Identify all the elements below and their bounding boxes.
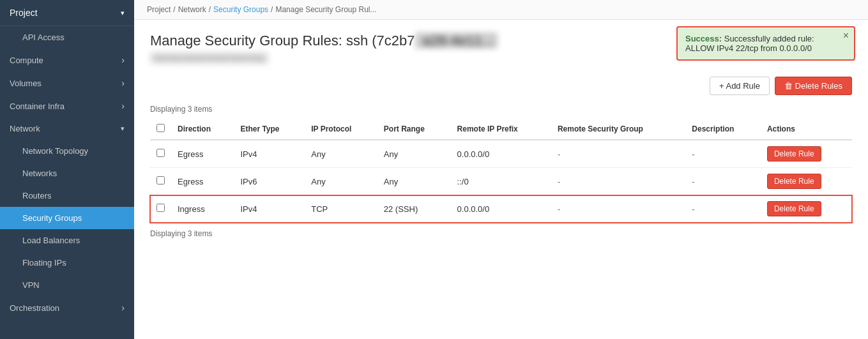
success-notification: Success: Successfully added rule: ALLOW … xyxy=(676,26,855,61)
delete-rules-label: Delete Rules xyxy=(795,81,842,91)
sidebar-item-networks[interactable]: Networks xyxy=(0,162,134,185)
sidebar-item-api-access[interactable]: API Access xyxy=(0,26,134,49)
sidebar-item-label: Compute xyxy=(10,56,43,65)
col-ip-protocol: IP Protocol xyxy=(305,119,377,140)
item-count-top: Displaying 3 items xyxy=(150,105,852,114)
row-direction: Ingress xyxy=(171,195,234,223)
breadcrumb-project: Project xyxy=(147,5,171,14)
col-description: Description xyxy=(685,119,761,140)
row-checkbox-cell xyxy=(150,168,171,195)
row-port-range: Any xyxy=(377,168,451,195)
sidebar-item-label: Volumes xyxy=(10,79,42,88)
sidebar-item-label: Orchestration xyxy=(10,303,59,313)
select-all-checkbox[interactable] xyxy=(156,124,165,132)
table-row: Ingress IPv4 TCP 22 (SSH) 0.0.0.0/0 - - … xyxy=(150,195,852,223)
sidebar-item-compute[interactable]: Compute xyxy=(0,49,134,72)
sidebar-item-orchestration[interactable]: Orchestration xyxy=(0,296,134,319)
delete-rule-button-1[interactable]: Delete Rule xyxy=(767,174,821,189)
col-port-range: Port Range xyxy=(377,119,451,140)
sidebar-item-load-balancers[interactable]: Load Balancers xyxy=(0,229,134,252)
rules-table: Direction Ether Type IP Protocol Port Ra… xyxy=(150,119,852,223)
sidebar-orchestration-chevron xyxy=(121,303,125,313)
page-title-blurred: a28-4e11... xyxy=(415,33,498,49)
sidebar-item-volumes[interactable]: Volumes xyxy=(0,72,134,94)
delete-rules-button[interactable]: 🗑 Delete Rules xyxy=(775,77,852,95)
sidebar-container-chevron xyxy=(121,101,125,111)
breadcrumb: Project / Network / Security Groups / Ma… xyxy=(134,0,868,20)
sidebar-item-container-infra[interactable]: Container Infra xyxy=(0,94,134,117)
delete-rule-button-2[interactable]: Delete Rule xyxy=(767,201,821,216)
row-remote-sg: - xyxy=(551,168,685,195)
row-direction: Egress xyxy=(171,168,234,195)
col-remote-sg: Remote Security Group xyxy=(551,119,685,140)
breadcrumb-security-groups[interactable]: Security Groups xyxy=(213,5,268,14)
main-content: Project / Network / Security Groups / Ma… xyxy=(134,0,868,339)
row-remote-ip: 0.0.0.0/0 xyxy=(451,140,551,168)
delete-rule-button-0[interactable]: Delete Rule xyxy=(767,146,821,162)
row-direction: Egress xyxy=(171,140,234,168)
row-ether-type: IPv6 xyxy=(234,168,305,195)
col-actions: Actions xyxy=(761,119,852,140)
row-ether-type: IPv4 xyxy=(234,195,305,223)
row-ip-protocol: Any xyxy=(305,140,377,168)
sidebar: Project API Access Compute Volumes Conta… xyxy=(0,0,134,339)
table-row: Egress IPv4 Any Any 0.0.0.0/0 - - Delete… xyxy=(150,140,852,168)
add-rule-button[interactable]: + Add Rule xyxy=(710,77,770,95)
sidebar-item-network-topology[interactable]: Network Topology xyxy=(0,140,134,162)
sidebar-item-label: Networks xyxy=(22,169,57,178)
row-port-range: 22 (SSH) xyxy=(377,195,451,223)
sidebar-item-label: Network Topology xyxy=(22,146,88,156)
sidebar-item-routers[interactable]: Routers xyxy=(0,185,134,207)
row-description: - xyxy=(685,195,761,223)
row-checkbox-0[interactable] xyxy=(156,149,165,157)
item-count-bottom: Displaying 3 items xyxy=(150,229,852,238)
notification-success-label: Success: xyxy=(685,34,722,43)
sidebar-item-label: Load Balancers xyxy=(22,236,80,245)
row-description: - xyxy=(685,168,761,195)
row-remote-ip: 0.0.0.0/0 xyxy=(451,195,551,223)
sidebar-project-header[interactable]: Project xyxy=(0,0,134,26)
sidebar-project-label: Project xyxy=(10,8,38,18)
row-checkbox-cell xyxy=(150,195,171,223)
breadcrumb-sep1: / xyxy=(173,5,175,14)
row-ip-protocol: TCP xyxy=(305,195,377,223)
row-description: - xyxy=(685,140,761,168)
sidebar-item-vpn[interactable]: VPN xyxy=(0,274,134,296)
toolbar: + Add Rule 🗑 Delete Rules xyxy=(150,77,852,95)
breadcrumb-network: Network xyxy=(178,5,206,14)
breadcrumb-sep2: / xyxy=(209,5,211,14)
row-remote-ip: ::/0 xyxy=(451,168,551,195)
sidebar-item-label: Floating IPs xyxy=(22,258,66,267)
sidebar-item-label: Routers xyxy=(22,191,52,200)
row-remote-sg: - xyxy=(551,140,685,168)
breadcrumb-current: Manage Security Group Rul... xyxy=(275,5,376,14)
sidebar-item-network[interactable]: Network xyxy=(0,117,134,140)
sidebar-item-label: VPN xyxy=(22,280,40,290)
row-checkbox-1[interactable] xyxy=(156,176,165,185)
sidebar-item-label: Container Infra xyxy=(10,102,65,111)
col-ether-type: Ether Type xyxy=(234,119,305,140)
row-ip-protocol: Any xyxy=(305,168,377,195)
row-port-range: Any xyxy=(377,140,451,168)
sidebar-item-security-groups[interactable]: Security Groups xyxy=(0,207,134,229)
trash-icon: 🗑 xyxy=(784,81,793,91)
col-direction: Direction xyxy=(171,119,234,140)
sidebar-item-label: Network xyxy=(10,124,40,133)
close-notification-button[interactable]: × xyxy=(843,31,849,41)
sidebar-item-floating-ips[interactable]: Floating IPs xyxy=(0,252,134,274)
col-remote-ip: Remote IP Prefix xyxy=(451,119,551,140)
sidebar-compute-chevron xyxy=(121,55,125,65)
table-header-row: Direction Ether Type IP Protocol Port Ra… xyxy=(150,119,852,140)
page-subtitle-blurred: blurred-subnet-id-text-here-long xyxy=(150,52,268,64)
row-action-cell: Delete Rule xyxy=(761,140,852,168)
row-remote-sg: - xyxy=(551,195,685,223)
col-checkbox xyxy=(150,119,171,140)
row-checkbox-2[interactable] xyxy=(156,204,165,212)
sidebar-volumes-chevron xyxy=(121,78,125,88)
sidebar-item-label: Security Groups xyxy=(22,213,82,223)
row-action-cell: Delete Rule xyxy=(761,168,852,195)
sidebar-item-label: API Access xyxy=(22,33,65,42)
sidebar-project-chevron xyxy=(121,9,125,17)
content-area: Success: Successfully added rule: ALLOW … xyxy=(134,20,868,339)
row-action-cell: Delete Rule xyxy=(761,195,852,223)
